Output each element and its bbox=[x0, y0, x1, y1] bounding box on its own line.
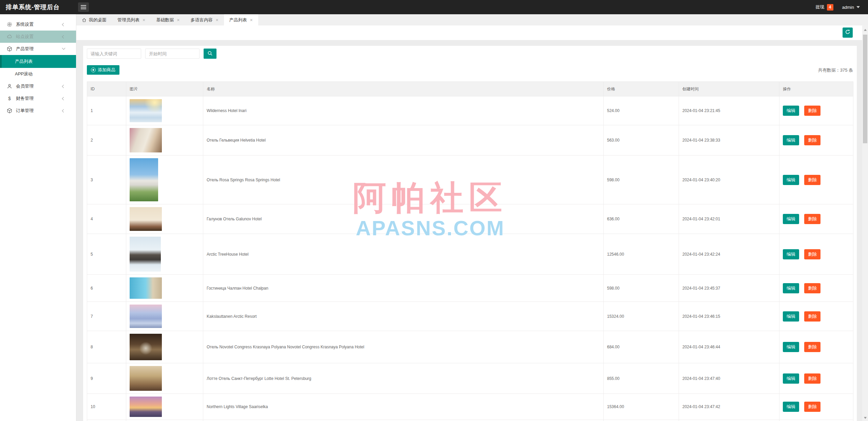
product-photo bbox=[130, 334, 162, 360]
cell-id: 4 bbox=[87, 204, 126, 234]
sidebar-item-site-settings[interactable]: 站点设置 bbox=[0, 31, 76, 43]
tab-basic-data[interactable]: 基础数据 × bbox=[151, 14, 185, 25]
edit-button[interactable]: 编辑 bbox=[783, 135, 799, 145]
scroll-down-arrow[interactable] bbox=[862, 415, 868, 420]
sidebar-item-label: APP滚动 bbox=[15, 71, 33, 77]
cell-created: 2024-01-04 23:46:44 bbox=[679, 331, 779, 363]
tab-label: 管理员列表 bbox=[117, 17, 139, 23]
sidebar-item-member-management[interactable]: 会员管理 bbox=[0, 80, 76, 92]
edit-button[interactable]: 编辑 bbox=[783, 342, 799, 352]
chevron-down-icon bbox=[856, 6, 860, 8]
cell-created: 2024-01-04 23:45:37 bbox=[679, 275, 779, 302]
cell-name: Отель Гельвеция Helvetia Hotel bbox=[203, 125, 604, 155]
tab-my-desktop[interactable]: 我的桌面 bbox=[76, 14, 112, 25]
delete-button[interactable]: 删除 bbox=[804, 214, 820, 224]
keyword-input[interactable] bbox=[87, 49, 141, 59]
product-list-panel: 添加商品 共有数据：375 条 ID 图片 名称 价格 创建时间 操作 1 Wi… bbox=[83, 46, 857, 421]
edit-button[interactable]: 编辑 bbox=[783, 402, 799, 412]
content-toolbar bbox=[76, 25, 862, 40]
cell-price: 684.00 bbox=[604, 331, 679, 363]
edit-button[interactable]: 编辑 bbox=[783, 175, 799, 185]
close-icon[interactable]: × bbox=[250, 18, 253, 22]
product-table: ID 图片 名称 价格 创建时间 操作 1 Wilderness Hotel I… bbox=[87, 81, 853, 421]
scroll-up-arrow[interactable] bbox=[862, 27, 868, 32]
search-row bbox=[87, 49, 853, 59]
withdraw-label: 提现 bbox=[816, 4, 825, 10]
edit-button[interactable]: 编辑 bbox=[783, 311, 799, 322]
product-photo bbox=[130, 237, 161, 272]
sidebar-item-system-settings[interactable]: 系统设置 bbox=[0, 18, 76, 31]
cell-price bbox=[604, 420, 679, 421]
tab-multilanguage-content[interactable]: 多语言内容 × bbox=[185, 14, 224, 25]
sidebar-item-app-scroll[interactable]: APP滚动 bbox=[0, 68, 76, 80]
header-id: ID bbox=[87, 82, 126, 96]
delete-button[interactable]: 删除 bbox=[804, 283, 820, 293]
edit-button[interactable]: 编辑 bbox=[783, 214, 799, 224]
product-photo bbox=[130, 207, 162, 231]
topbar: 排单系统-管理后台 提现 4 admin bbox=[0, 0, 868, 14]
table-row: 7 Kakslauttanen Arctic Resort 15324.00 2… bbox=[87, 302, 853, 331]
delete-button[interactable]: 删除 bbox=[804, 249, 820, 259]
cell-name: Northern Lights Village Saariselka bbox=[203, 394, 604, 420]
product-photo bbox=[130, 158, 158, 201]
search-icon bbox=[207, 51, 213, 57]
cell-id: 3 bbox=[87, 155, 126, 204]
sidebar-item-finance-management[interactable]: $ 财务管理 bbox=[0, 92, 76, 105]
hamburger-menu-icon[interactable] bbox=[78, 2, 89, 12]
close-icon[interactable]: × bbox=[143, 18, 145, 22]
delete-button[interactable]: 删除 bbox=[804, 311, 820, 322]
package-icon bbox=[7, 108, 12, 113]
refresh-button[interactable] bbox=[843, 28, 853, 38]
tab-product-list[interactable]: 产品列表 × bbox=[224, 14, 258, 25]
tab-label: 我的桌面 bbox=[89, 17, 107, 23]
edit-button[interactable]: 编辑 bbox=[783, 106, 799, 116]
tab-admin-list[interactable]: 管理员列表 × bbox=[112, 14, 151, 25]
cloud-icon bbox=[7, 34, 12, 39]
delete-button[interactable]: 删除 bbox=[804, 402, 820, 412]
add-product-button[interactable]: 添加商品 bbox=[87, 65, 119, 75]
cell-price: 598.00 bbox=[604, 155, 679, 204]
sidebar-item-order-management[interactable]: 订单管理 bbox=[0, 105, 76, 117]
table-row: 2 Отель Гельвеция Helvetia Hotel 563.00 … bbox=[87, 125, 853, 155]
edit-button[interactable]: 编辑 bbox=[783, 373, 799, 384]
start-time-input[interactable] bbox=[145, 49, 200, 59]
delete-button[interactable]: 删除 bbox=[804, 106, 820, 116]
add-product-label: 添加商品 bbox=[98, 67, 115, 73]
search-button[interactable] bbox=[204, 49, 216, 59]
app-title: 排单系统-管理后台 bbox=[6, 0, 60, 14]
product-photo bbox=[130, 128, 162, 152]
table-row: 4 Галунов Отель Galunov Hotel 636.00 202… bbox=[87, 204, 853, 234]
close-icon[interactable]: × bbox=[215, 18, 218, 22]
topbar-right: 提现 4 admin bbox=[816, 0, 860, 14]
sidebar-item-label: 系统设置 bbox=[16, 21, 34, 28]
cell-name bbox=[203, 420, 604, 421]
user-menu[interactable]: admin bbox=[842, 5, 860, 10]
cell-id bbox=[87, 420, 126, 421]
sidebar: 系统设置 站点设置 产品管理 产品列表 APP滚动 会员管理 $ 财务管理 bbox=[0, 14, 76, 421]
cell-id: 6 bbox=[87, 275, 126, 302]
withdraw-link[interactable]: 提现 4 bbox=[816, 4, 833, 11]
tab-label: 多语言内容 bbox=[190, 17, 212, 23]
cell-created: 2024-01-04 23:38:33 bbox=[679, 125, 779, 155]
cell-price: 598.00 bbox=[604, 275, 679, 302]
cell-price: 855.00 bbox=[604, 363, 679, 394]
tab-label: 产品列表 bbox=[229, 17, 247, 23]
delete-button[interactable]: 删除 bbox=[804, 175, 820, 185]
scrollbar-thumb[interactable] bbox=[863, 35, 867, 143]
sidebar-item-product-list[interactable]: 产品列表 bbox=[0, 55, 76, 68]
cell-name: Arctic TreeHouse Hotel bbox=[203, 234, 604, 275]
close-icon[interactable]: × bbox=[177, 18, 180, 22]
cell-price: 636.00 bbox=[604, 204, 679, 234]
summary-count: 375 bbox=[840, 68, 848, 73]
cell-price: 12546.00 bbox=[604, 234, 679, 275]
sidebar-item-label: 会员管理 bbox=[16, 83, 34, 89]
cell-id: 7 bbox=[87, 302, 126, 331]
cell-id: 10 bbox=[87, 394, 126, 420]
delete-button[interactable]: 删除 bbox=[804, 135, 820, 145]
sidebar-item-product-management[interactable]: 产品管理 bbox=[0, 43, 76, 55]
edit-button[interactable]: 编辑 bbox=[783, 249, 799, 259]
edit-button[interactable]: 编辑 bbox=[783, 283, 799, 293]
delete-button[interactable]: 删除 bbox=[804, 342, 820, 352]
product-photo bbox=[130, 99, 162, 122]
delete-button[interactable]: 删除 bbox=[804, 373, 820, 384]
